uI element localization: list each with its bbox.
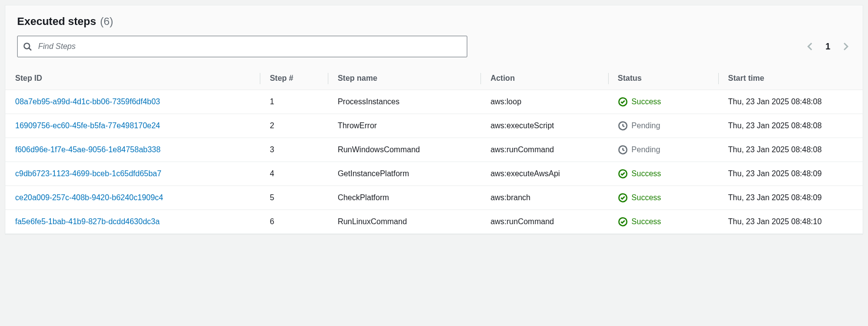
success-icon xyxy=(618,169,628,179)
step-number: 6 xyxy=(260,210,328,234)
step-start-time: Thu, 23 Jan 2025 08:48:08 xyxy=(718,90,863,114)
panel-title: Executed steps xyxy=(17,15,96,28)
pending-icon xyxy=(618,121,628,131)
table-row: 08a7eb95-a99d-4d1c-bb06-7359f6df4b031Pro… xyxy=(5,90,863,114)
title-row: Executed steps (6) xyxy=(17,15,851,28)
step-id-link[interactable]: fa5e6fe5-1bab-41b9-827b-dcdd4630dc3a xyxy=(15,217,160,226)
success-icon xyxy=(618,193,628,203)
search-wrap xyxy=(17,36,467,57)
step-status: Pending xyxy=(608,114,719,138)
step-action: aws:executeScript xyxy=(480,114,608,138)
status-label: Pending xyxy=(632,121,661,130)
step-id-link[interactable]: f606d96e-1f7e-45ae-9056-1e84758ab338 xyxy=(15,145,160,154)
prev-page-button[interactable] xyxy=(805,41,816,52)
col-header-step-id[interactable]: Step ID xyxy=(5,67,260,90)
table-row: 16909756-ec60-45fe-b5fa-77e498170e242Thr… xyxy=(5,114,863,138)
step-id-link[interactable]: ce20a009-257c-408b-9420-b6240c1909c4 xyxy=(15,193,163,202)
executed-steps-panel: Executed steps (6) 1 xyxy=(5,5,863,234)
chevron-right-icon xyxy=(840,41,851,52)
col-header-status[interactable]: Status xyxy=(608,67,719,90)
search-icon xyxy=(23,42,32,51)
step-status: Success xyxy=(608,210,719,234)
svg-line-1 xyxy=(29,48,31,50)
panel-header: Executed steps (6) 1 xyxy=(5,5,863,67)
col-header-step-name[interactable]: Step name xyxy=(328,67,480,90)
step-status: Pending xyxy=(608,138,719,162)
step-name: CheckPlatform xyxy=(328,186,480,210)
step-number: 3 xyxy=(260,138,328,162)
table-row: ce20a009-257c-408b-9420-b6240c1909c45Che… xyxy=(5,186,863,210)
table-header-row: Step ID Step # Step name Action Status S… xyxy=(5,67,863,90)
step-status: Success xyxy=(608,90,719,114)
step-action: aws:executeAwsApi xyxy=(480,162,608,186)
step-number: 4 xyxy=(260,162,328,186)
step-start-time: Thu, 23 Jan 2025 08:48:08 xyxy=(718,114,863,138)
table-row: c9db6723-1123-4699-bceb-1c65dfd65ba74Get… xyxy=(5,162,863,186)
step-status: Success xyxy=(608,186,719,210)
status-label: Success xyxy=(632,193,661,202)
step-action: aws:branch xyxy=(480,186,608,210)
steps-table: Step ID Step # Step name Action Status S… xyxy=(5,67,863,233)
status-label: Success xyxy=(632,217,661,226)
step-name: ProcessInstances xyxy=(328,90,480,114)
step-name: RunWindowsCommand xyxy=(328,138,480,162)
step-action: aws:loop xyxy=(480,90,608,114)
table-row: f606d96e-1f7e-45ae-9056-1e84758ab3383Run… xyxy=(5,138,863,162)
step-start-time: Thu, 23 Jan 2025 08:48:10 xyxy=(718,210,863,234)
col-header-action[interactable]: Action xyxy=(480,67,608,90)
search-input[interactable] xyxy=(17,36,467,57)
step-number: 1 xyxy=(260,90,328,114)
table-row: fa5e6fe5-1bab-41b9-827b-dcdd4630dc3a6Run… xyxy=(5,210,863,234)
controls-row: 1 xyxy=(17,36,851,57)
step-id-link[interactable]: 08a7eb95-a99d-4d1c-bb06-7359f6df4b03 xyxy=(15,97,160,106)
step-start-time: Thu, 23 Jan 2025 08:48:08 xyxy=(718,138,863,162)
pagination: 1 xyxy=(805,41,851,52)
step-start-time: Thu, 23 Jan 2025 08:48:09 xyxy=(718,162,863,186)
step-name: GetInstancePlatform xyxy=(328,162,480,186)
col-header-start-time[interactable]: Start time xyxy=(718,67,863,90)
success-icon xyxy=(618,97,628,107)
step-name: RunLinuxCommand xyxy=(328,210,480,234)
step-action: aws:runCommand xyxy=(480,210,608,234)
step-id-link[interactable]: 16909756-ec60-45fe-b5fa-77e498170e24 xyxy=(15,121,160,130)
status-label: Pending xyxy=(632,145,661,154)
success-icon xyxy=(618,217,628,227)
step-id-link[interactable]: c9db6723-1123-4699-bceb-1c65dfd65ba7 xyxy=(15,169,161,178)
next-page-button[interactable] xyxy=(840,41,851,52)
step-status: Success xyxy=(608,162,719,186)
pending-icon xyxy=(618,145,628,155)
step-start-time: Thu, 23 Jan 2025 08:48:09 xyxy=(718,186,863,210)
step-number: 5 xyxy=(260,186,328,210)
step-number: 2 xyxy=(260,114,328,138)
col-header-step-num[interactable]: Step # xyxy=(260,67,328,90)
page-number: 1 xyxy=(825,42,830,52)
svg-point-0 xyxy=(24,43,29,48)
status-label: Success xyxy=(632,97,661,106)
panel-count: (6) xyxy=(100,15,113,28)
step-action: aws:runCommand xyxy=(480,138,608,162)
step-name: ThrowError xyxy=(328,114,480,138)
status-label: Success xyxy=(632,169,661,178)
chevron-left-icon xyxy=(805,41,816,52)
